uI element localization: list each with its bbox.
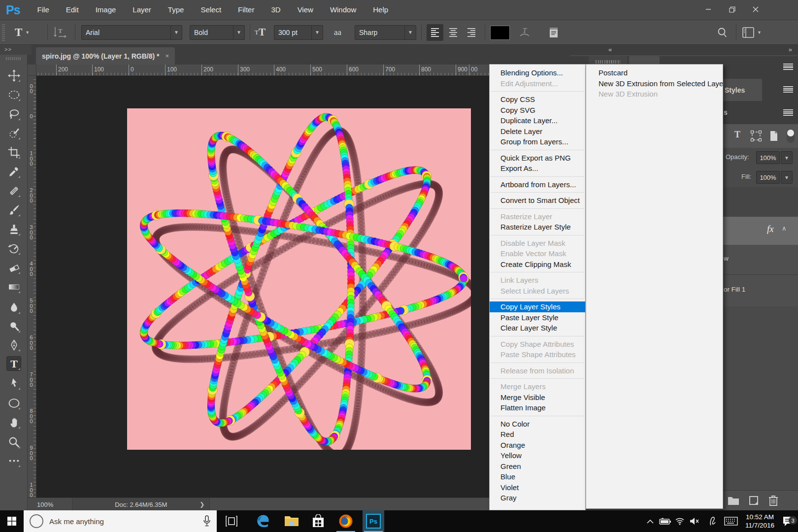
font-style-select[interactable]: Bold ▼	[190, 20, 245, 44]
type-tool[interactable]: T	[7, 357, 21, 370]
brush-tool[interactable]	[7, 203, 21, 217]
fill-dropdown[interactable]: ▼	[781, 171, 793, 184]
menu-item-flatten-image[interactable]: Flatten Image	[490, 402, 585, 413]
cortana-search-box[interactable]: Ask me anything	[24, 510, 217, 532]
eraser-tool[interactable]	[7, 261, 21, 274]
dock-collapse-button[interactable]: >>	[0, 44, 32, 55]
menu-item-green[interactable]: Green	[490, 461, 585, 472]
menu-item-orange[interactable]: Orange	[490, 440, 585, 451]
menu-item-duplicate-layer[interactable]: Duplicate Layer...	[490, 115, 585, 126]
menu-item-clear-layer-style[interactable]: Clear Layer Style	[490, 323, 585, 333]
menu-item-convert-to-smart-object[interactable]: Convert to Smart Object	[490, 195, 585, 206]
opacity-field[interactable]: 100%	[756, 151, 780, 164]
new-layer-icon[interactable]	[748, 495, 759, 506]
quick-selection-tool[interactable]	[7, 126, 21, 140]
microphone-icon[interactable]	[203, 515, 211, 527]
taskbar-store[interactable]	[307, 510, 329, 532]
hand-tool[interactable]	[7, 415, 21, 429]
menu-item-yellow[interactable]: Yellow	[490, 450, 585, 461]
menu-item-delete-layer[interactable]: Delete Layer	[490, 126, 585, 137]
filter-toggle-switch[interactable]	[786, 128, 796, 144]
menu-window[interactable]: Window	[322, 0, 365, 20]
taskbar-photoshop[interactable]: Ps	[363, 510, 384, 532]
align-left-button[interactable]	[427, 24, 443, 41]
filter-type-icon[interactable]: T	[734, 130, 740, 140]
gradient-tool[interactable]	[7, 280, 21, 294]
menu-filter[interactable]: Filter	[230, 0, 263, 20]
menu-layer[interactable]: Layer	[124, 0, 160, 20]
opacity-dropdown[interactable]: ▼	[781, 151, 793, 164]
workspace-switcher[interactable]: ▼	[742, 20, 762, 44]
taskbar-edge[interactable]	[252, 510, 274, 532]
menu-item-quick-export-as-png[interactable]: Quick Export as PNG	[490, 153, 585, 164]
action-center-button[interactable]: 3	[778, 516, 798, 527]
menu-item-postcard[interactable]: Postcard	[586, 67, 723, 78]
panel-menu-icon[interactable]	[783, 64, 793, 70]
menu-view[interactable]: View	[289, 0, 322, 20]
blur-tool[interactable]	[7, 300, 21, 314]
menu-item-blending-options[interactable]: Blending Options...	[490, 67, 585, 78]
menu-item-create-clipping-mask[interactable]: Create Clipping Mask	[490, 259, 585, 270]
menu-item-merge-visible[interactable]: Merge Visible	[490, 392, 585, 403]
pen-tool[interactable]	[7, 338, 21, 352]
text-orientation-button[interactable]: T	[52, 20, 67, 44]
menu-help[interactable]: Help	[365, 0, 397, 20]
menu-item-gray[interactable]: Gray	[490, 493, 585, 503]
menu-select[interactable]: Select	[192, 0, 230, 20]
panel-menu-icon[interactable]	[783, 109, 793, 116]
document-canvas[interactable]	[127, 108, 471, 450]
close-button[interactable]	[744, 1, 767, 18]
history-brush-tool[interactable]	[7, 241, 21, 255]
align-right-button[interactable]	[463, 24, 480, 41]
fill-field[interactable]: 100%	[756, 171, 780, 184]
menu-edit[interactable]: Edit	[58, 0, 87, 20]
collapse-panels-button[interactable]: «	[608, 46, 612, 53]
font-size-select[interactable]: 300 pt ▼	[274, 20, 323, 44]
minimize-button[interactable]	[697, 1, 720, 18]
tray-expand-button[interactable]	[643, 519, 658, 524]
menu-item-rasterize-layer-style[interactable]: Rasterize Layer Style	[490, 222, 585, 233]
menu-file[interactable]: File	[29, 0, 58, 20]
panel-menu-icon[interactable]	[783, 86, 793, 93]
restore-button[interactable]	[720, 1, 744, 18]
filter-smart-object-icon[interactable]	[768, 130, 780, 142]
menu-item-no-color[interactable]: No Color	[490, 419, 585, 430]
start-button[interactable]	[0, 510, 24, 532]
menu-item-artboard-from-layers[interactable]: Artboard from Layers...	[490, 179, 585, 190]
expand-panels-button[interactable]: »	[789, 46, 792, 53]
clone-stamp-tool[interactable]	[7, 222, 21, 236]
menu-item-copy-css[interactable]: Copy CSS	[490, 94, 585, 105]
new-group-icon[interactable]	[728, 496, 739, 505]
eyedropper-tool[interactable]	[7, 165, 21, 178]
task-view-button[interactable]	[221, 510, 242, 532]
menu-item-export-as[interactable]: Export As...	[490, 163, 585, 174]
dodge-tool[interactable]	[7, 319, 21, 333]
menu-item-new-3d-extrusion-from-selected-layer[interactable]: New 3D Extrusion from Selected Layer	[586, 78, 723, 89]
delete-layer-icon[interactable]	[768, 495, 779, 506]
menu-item-violet[interactable]: Violet	[490, 482, 585, 493]
move-tool[interactable]	[7, 68, 21, 82]
anti-alias-select[interactable]: Sharp ▼	[355, 20, 416, 44]
menu-item-blue[interactable]: Blue	[490, 471, 585, 482]
text-color-swatch[interactable]	[490, 26, 510, 40]
menu-item-copy-layer-styles[interactable]: Copy Layer Styles	[490, 301, 585, 312]
windows-ink-button[interactable]	[706, 516, 721, 526]
document-tab[interactable]: spiro.jpg @ 100% (Layer 1, RGB/8) * ×	[36, 47, 175, 65]
tab-close-icon[interactable]: ×	[166, 52, 169, 60]
toggle-panels-button[interactable]	[548, 20, 560, 44]
taskbar-clock[interactable]: 10:52 AM 11/7/2016	[745, 513, 774, 530]
menu-type[interactable]: Type	[160, 0, 193, 20]
menu-item-paste-layer-style[interactable]: Paste Layer Style	[490, 312, 585, 323]
collapse-effects-chevron[interactable]: ∧	[782, 225, 787, 232]
layer-effects-badge[interactable]: fx	[767, 224, 774, 234]
taskbar-firefox[interactable]	[335, 510, 357, 532]
search-button[interactable]	[717, 20, 729, 44]
tab-layers-partial[interactable]: s	[724, 108, 728, 116]
font-family-select[interactable]: Arial ▼	[81, 20, 182, 44]
warp-text-button[interactable]: T	[518, 20, 531, 44]
type-tool-preset[interactable]: T ▼	[15, 20, 30, 44]
lasso-tool[interactable]	[7, 107, 21, 121]
network-indicator[interactable]	[672, 517, 687, 525]
dock-grip[interactable]	[6, 57, 21, 60]
menu-item-group-from-layers[interactable]: Group from Layers...	[490, 136, 585, 147]
